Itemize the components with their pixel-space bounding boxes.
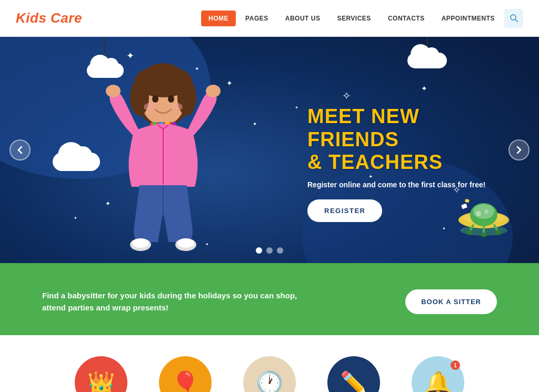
nav: HOME PAGES ABOUT US SERVICES CONTACTS AP… (201, 9, 523, 28)
dot-2[interactable] (266, 247, 273, 254)
hero-subtitle: Register online and come to the first cl… (307, 180, 497, 189)
nav-item-contacts[interactable]: CONTACTS (381, 11, 432, 26)
svg-point-28 (473, 204, 494, 219)
nav-item-services[interactable]: SERVICES (330, 11, 378, 26)
notification-badge: 1 (451, 360, 460, 370)
slider-next-arrow[interactable] (508, 139, 530, 160)
svg-point-5 (130, 79, 149, 116)
svg-point-32 (467, 230, 472, 235)
hero-child-image (79, 53, 247, 263)
dot-3[interactable] (277, 247, 283, 254)
icon-pencil[interactable]: ✏️ (327, 356, 380, 392)
logo: Kids Care (16, 10, 82, 26)
nav-item-appointments[interactable]: APPOINTMENTS (434, 11, 502, 26)
slider-prev-arrow[interactable] (9, 139, 31, 160)
dot-1[interactable] (256, 247, 262, 254)
svg-point-34 (495, 230, 501, 235)
svg-point-8 (168, 95, 174, 103)
crown-icon: 👑 (87, 370, 115, 393)
nav-item-home[interactable]: HOME (201, 11, 236, 26)
svg-line-1 (515, 19, 517, 22)
svg-point-35 (476, 211, 481, 216)
grass-content: Find a babysitter for your kids during t… (0, 284, 539, 319)
star-icon-10: ✦ (421, 84, 427, 93)
nav-item-pages[interactable]: PAGES (238, 11, 276, 26)
svg-point-9 (144, 103, 154, 110)
ufo-decoration (455, 189, 507, 232)
hanging-cloud-right (407, 37, 447, 68)
svg-point-10 (172, 103, 183, 110)
svg-point-17 (106, 85, 121, 97)
svg-point-22 (132, 238, 149, 248)
svg-point-6 (177, 79, 196, 116)
icon-bell[interactable]: 🔔 1 (412, 356, 464, 392)
svg-point-23 (177, 238, 194, 248)
hero-section: ✦ ✦ ✦ ✦ ✦ ✦ ✦ ✦ ✦ ✦ ✦ ✧ ✧ (0, 37, 539, 263)
grass-wave-svg (0, 263, 539, 282)
search-button[interactable] (504, 9, 523, 28)
clock-icon: 🕐 (256, 370, 283, 393)
register-button[interactable]: REGISTER (307, 199, 382, 222)
balloon-icon: 🎈 (172, 370, 199, 393)
svg-rect-37 (461, 204, 467, 209)
book-sitter-button[interactable]: BOOK A SITTER (405, 289, 497, 314)
svg-point-7 (152, 95, 158, 103)
star-icon-8: ✦ (295, 105, 298, 110)
cta-section: Find a babysitter for your kids during t… (0, 263, 539, 335)
icon-balloon[interactable]: 🎈 (159, 356, 212, 392)
star-icon-11: ✦ (442, 226, 446, 231)
icons-section: 👑 🎈 🕐 ✏️ 🔔 1 (0, 335, 539, 392)
svg-point-36 (484, 209, 488, 214)
star-icon-4: ✦ (253, 121, 257, 127)
slider-dots (256, 247, 283, 254)
svg-rect-38 (465, 199, 470, 203)
pencil-icon: ✏️ (340, 370, 367, 393)
grass-text: Find a babysitter for your kids during t… (42, 290, 297, 314)
star-sparkle-1: ✧ (342, 89, 351, 102)
nav-item-about[interactable]: ABOUT US (278, 11, 328, 26)
hero-headline: MEET NEW FRIENDS & TEACHERS (307, 105, 497, 174)
svg-point-18 (206, 85, 221, 97)
bell-icon: 🔔 (424, 370, 452, 393)
star-icon-5: ✦ (74, 216, 77, 220)
icon-crown[interactable]: 👑 (75, 356, 127, 392)
header: Kids Care HOME PAGES ABOUT US SERVICES C… (0, 0, 539, 37)
icon-clock[interactable]: 🕐 (243, 356, 296, 392)
